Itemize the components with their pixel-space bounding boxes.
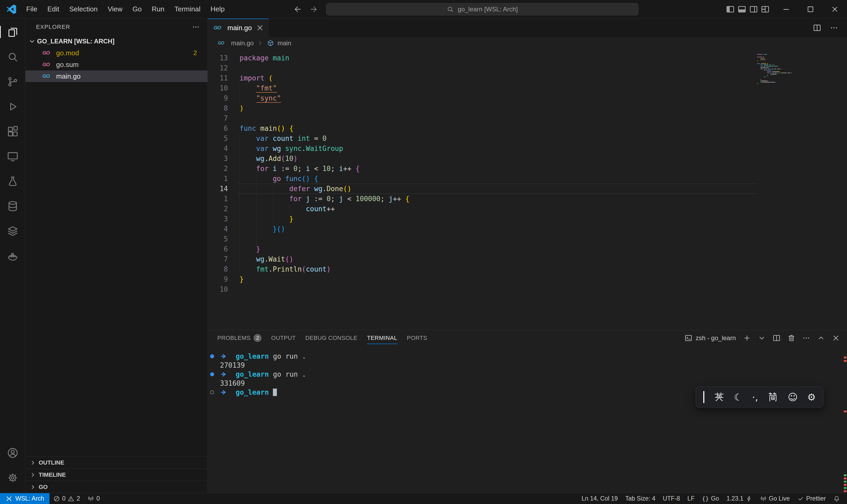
line-number: 2 [208, 204, 237, 214]
back-arrow-icon[interactable] [293, 5, 302, 14]
forward-arrow-icon[interactable] [309, 5, 318, 14]
prettier[interactable]: Prettier [794, 493, 830, 504]
section-label: OUTLINE [39, 459, 64, 466]
activity-remote-explorer[interactable] [0, 144, 25, 169]
trash-icon[interactable] [787, 334, 796, 342]
layout-sidebar-right-icon[interactable] [749, 5, 758, 14]
file-main.go[interactable]: GOmain.go [25, 70, 208, 82]
layout-sidebar-left-icon[interactable] [726, 5, 735, 14]
command-decoration[interactable] [210, 391, 214, 394]
eol-label: LF [687, 495, 695, 502]
close-button[interactable] [823, 0, 847, 18]
activity-extensions[interactable] [0, 119, 25, 144]
menu-view[interactable]: View [103, 3, 128, 15]
error-mark [844, 490, 846, 492]
menu-go[interactable]: Go [128, 3, 147, 15]
panel-tab-ports[interactable]: PORTS [407, 330, 427, 346]
hanzi-jian-icon[interactable] [768, 392, 778, 402]
go-file-icon: GO [42, 50, 52, 56]
panel-tab-label: PROBLEMS [217, 335, 250, 341]
activity-source-control[interactable] [0, 69, 25, 94]
activity-run-debug[interactable] [0, 94, 25, 119]
menu-selection[interactable]: Selection [64, 3, 103, 15]
minimap[interactable] [757, 54, 839, 86]
terminal[interactable]: go_learn go run .270139 go_learn go run … [208, 346, 847, 493]
activity-database[interactable] [0, 194, 25, 219]
split-editor-icon[interactable] [813, 23, 822, 32]
menu-run[interactable]: Run [147, 3, 169, 15]
maximize-button[interactable] [798, 0, 823, 18]
file-go.sum[interactable]: GOgo.sum [25, 59, 208, 70]
plus-icon[interactable] [743, 334, 751, 342]
activity-files[interactable] [0, 20, 25, 44]
close-icon[interactable] [832, 334, 840, 342]
indent-guide [239, 93, 240, 103]
line-content [237, 113, 847, 123]
layout-grid-icon[interactable] [761, 5, 770, 14]
remote-explorer-icon [6, 150, 19, 163]
eol[interactable]: LF [684, 493, 698, 504]
hanzi-ying-icon[interactable] [714, 392, 724, 402]
punctuation-icon[interactable]: ·, [752, 392, 758, 402]
ime-settings-icon[interactable]: ⚙ [807, 392, 816, 402]
close-icon[interactable] [256, 23, 264, 32]
activity-account[interactable] [0, 440, 25, 465]
chevron-up-icon[interactable] [817, 334, 825, 342]
ellipsis-icon[interactable] [830, 23, 839, 32]
split-editor-icon[interactable] [772, 334, 781, 342]
activity-layers[interactable] [0, 219, 25, 244]
panel-tab-output[interactable]: OUTPUT [271, 330, 296, 346]
terminal-line: go_learn go run . [208, 352, 847, 361]
file-go.mod[interactable]: GOgo.mod2 [25, 47, 208, 59]
text-cursor-icon [703, 391, 704, 403]
section-timeline[interactable]: TIMELINE [25, 469, 208, 481]
half-moon-icon[interactable]: ☾ [734, 392, 742, 402]
problems-status[interactable]: 02 [50, 493, 84, 504]
command-decoration[interactable] [210, 373, 214, 376]
encoding-label: UTF-8 [663, 495, 680, 502]
go-version[interactable]: 1.23.1 [723, 493, 756, 504]
code-editor[interactable]: 13package main1211import (10"fmt"9"sync"… [208, 49, 847, 330]
breadcrumb-symbol[interactable]: main [277, 39, 291, 47]
panel-tab-debug-console[interactable]: DEBUG CONSOLE [305, 330, 357, 346]
layout-panel-icon[interactable] [737, 5, 746, 14]
editor-actions [813, 19, 847, 37]
go-live[interactable]: Go Live [756, 493, 794, 504]
breadcrumb-file[interactable]: main.go [231, 39, 254, 47]
panel-tab-problems[interactable]: PROBLEMS2 [217, 330, 262, 346]
tree-root-folder[interactable]: GO_LEARN [WSL: ARCH] [25, 35, 208, 47]
tab-main-go[interactable]: GO main.go [208, 19, 269, 37]
emoji-icon[interactable]: ☺ [788, 392, 798, 402]
line-number: 13 [208, 53, 237, 63]
command-center-search[interactable]: go_learn [WSL: Arch] [326, 3, 638, 15]
activity-settings-gear[interactable] [0, 465, 25, 490]
command-decoration[interactable] [210, 355, 214, 358]
notifications[interactable] [830, 493, 844, 504]
panel-tab-terminal[interactable]: TERMINAL [367, 330, 397, 346]
menu-help[interactable]: Help [205, 3, 230, 15]
chevron-down-icon[interactable] [758, 334, 766, 342]
menu-file[interactable]: File [21, 3, 42, 15]
section-go[interactable]: GO [25, 481, 208, 493]
terminal-instance[interactable]: zsh - go_learn [684, 334, 736, 342]
encoding[interactable]: UTF-8 [659, 493, 684, 504]
activity-search[interactable] [0, 44, 25, 69]
minimize-button[interactable] [774, 0, 798, 18]
menu-edit[interactable]: Edit [42, 3, 64, 15]
ellipsis-icon[interactable] [802, 334, 810, 342]
ellipsis-icon[interactable] [192, 23, 200, 31]
indentation[interactable]: Tab Size: 4 [621, 493, 659, 504]
activity-docker[interactable] [0, 244, 25, 268]
code-line: 6} [208, 244, 847, 254]
remote-indicator[interactable]: WSL: Arch [0, 493, 50, 504]
cursor-position[interactable]: Ln 14, Col 19 [578, 493, 621, 504]
code-text: var wg sync.WaitGroup [256, 145, 343, 152]
success-mark [844, 487, 846, 489]
code-line: 2for i := 0; i < 10; i++ { [208, 164, 847, 174]
activity-testing[interactable] [0, 169, 25, 194]
ports-status[interactable]: 0 [84, 493, 104, 504]
language-mode[interactable]: {}Go [698, 493, 723, 504]
section-outline[interactable]: OUTLINE [25, 456, 208, 469]
menu-terminal[interactable]: Terminal [169, 3, 205, 15]
sidebar-sections: OUTLINETIMELINEGO [25, 456, 208, 493]
